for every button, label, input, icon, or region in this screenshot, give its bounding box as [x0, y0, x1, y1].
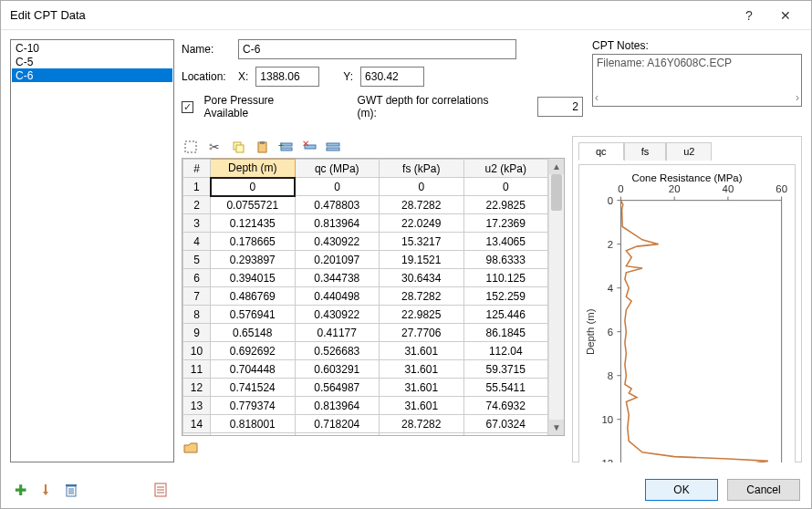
y-label: Y:	[343, 70, 353, 83]
chart-tabs: qcfsu2	[578, 142, 796, 161]
chart-tab-qc[interactable]: qc	[578, 142, 624, 161]
help-button[interactable]: ?	[731, 2, 767, 29]
pore-label: Pore Pressure Available	[204, 94, 317, 119]
table-toolbar: ✂ + ✕	[182, 136, 565, 158]
table-row[interactable]: 50.2938970.20109719.152198.6333	[183, 251, 548, 269]
x-input[interactable]	[255, 67, 319, 87]
table-row[interactable]: 80.5769410.43092222.9825125.446	[183, 306, 548, 324]
svg-text:+: +	[278, 140, 284, 151]
chart-panel: qcfsu2 Cone Resistance (MPa)020406002468…	[572, 136, 802, 462]
svg-text:40: 40	[723, 183, 734, 194]
chart-tab-u2[interactable]: u2	[666, 142, 712, 161]
svg-text:0: 0	[618, 183, 623, 194]
chart-tab-fs[interactable]: fs	[624, 142, 667, 161]
svg-text:2: 2	[608, 239, 613, 250]
table-row[interactable]: 130.7793740.81396431.60174.6932	[183, 397, 548, 415]
notes-input[interactable]: Filename: A16Y0608C.ECP ‹›	[592, 54, 802, 107]
cone-resistance-chart: Cone Resistance (MPa)0204060024681012Dep…	[583, 169, 791, 462]
svg-text:12: 12	[601, 458, 613, 462]
table-row[interactable]: 40.1786650.43092215.321713.4065	[183, 233, 548, 251]
close-button[interactable]: ✕	[767, 2, 804, 29]
column-header[interactable]: u2 (kPa)	[463, 160, 548, 178]
name-input[interactable]	[238, 39, 516, 59]
footer: ✚ OK Cancel	[1, 472, 811, 508]
dialog-window: Edit CPT Data ? ✕ C-10C-5C-6 Name: Locat…	[0, 0, 812, 509]
cpt-icon[interactable]	[37, 482, 54, 498]
column-header[interactable]: Depth (m)	[211, 160, 296, 178]
cut-icon[interactable]: ✂	[207, 140, 222, 154]
chart-box: Cone Resistance (MPa)0204060024681012Dep…	[578, 164, 796, 462]
svg-text:6: 6	[608, 327, 613, 338]
insert-row-icon[interactable]: +	[278, 140, 293, 154]
svg-text:Cone Resistance (MPa): Cone Resistance (MPa)	[632, 172, 743, 183]
titlebar: Edit CPT Data ? ✕	[1, 1, 811, 30]
cpt-list-item[interactable]: C-5	[12, 55, 172, 68]
svg-text:4: 4	[608, 283, 613, 294]
data-table[interactable]: #Depth (m)qc (MPa)fs (kPa)u2 (kPa)100002…	[182, 159, 548, 435]
column-header[interactable]: fs (kPa)	[380, 160, 464, 178]
column-header[interactable]: #	[183, 160, 211, 178]
svg-rect-4	[260, 141, 265, 144]
table-row[interactable]: 70.4867690.44049828.7282152.259	[183, 287, 548, 306]
main-panel: Name: Location: X: Y: ✓ Pore Pressure Av…	[182, 39, 802, 462]
table-row[interactable]: 110.7044480.60329131.60159.3715	[183, 360, 548, 379]
table-row[interactable]: 10000	[183, 178, 548, 196]
svg-text:Depth (m): Depth (m)	[585, 308, 596, 355]
svg-text:20: 20	[669, 183, 681, 194]
dialog-body: C-10C-5C-6 Name: Location: X: Y:	[1, 30, 811, 472]
x-label: X:	[238, 70, 248, 83]
open-folder-icon[interactable]	[183, 444, 198, 457]
location-label: Location:	[182, 70, 231, 83]
table-row[interactable]: 30.1214350.81396422.024917.2369	[183, 214, 548, 233]
svg-rect-10	[327, 143, 339, 146]
svg-text:10: 10	[601, 414, 613, 425]
cancel-button[interactable]: Cancel	[727, 479, 800, 501]
report-icon[interactable]	[152, 482, 169, 498]
svg-text:60: 60	[776, 183, 787, 194]
svg-rect-0	[185, 141, 196, 152]
ok-button[interactable]: OK	[645, 479, 718, 501]
svg-text:✕: ✕	[302, 140, 309, 149]
name-label: Name:	[182, 43, 231, 56]
add-icon[interactable]: ✚	[12, 482, 28, 498]
table-row[interactable]: 100.6926920.52668331.601112.04	[183, 342, 548, 360]
gwt-input[interactable]	[537, 97, 583, 117]
table-row[interactable]: 60.3940150.34473830.6434110.125	[183, 269, 548, 287]
cpt-list-item[interactable]: C-10	[12, 41, 172, 55]
cpt-list[interactable]: C-10C-5C-6	[10, 39, 174, 462]
pore-checkbox[interactable]: ✓	[182, 101, 193, 113]
svg-rect-11	[327, 148, 339, 151]
column-header[interactable]: qc (MPa)	[295, 160, 380, 178]
svg-text:0: 0	[608, 195, 613, 206]
table-row[interactable]: 20.07557210.47880328.728222.9825	[183, 196, 548, 214]
gwt-label: GWT depth for correlations (m):	[358, 94, 505, 119]
table-row[interactable]: 120.7415240.56498731.60155.5411	[183, 379, 548, 397]
table-row[interactable]: 150.8549460.8235423.940151.7107	[183, 433, 548, 436]
delete-row-icon[interactable]: ✕	[302, 140, 317, 154]
dialog-title: Edit CPT Data	[10, 8, 731, 22]
table-row[interactable]: 140.8180010.71820428.728267.0324	[183, 415, 548, 433]
select-icon[interactable]	[183, 140, 198, 154]
svg-text:8: 8	[608, 370, 613, 381]
svg-rect-44	[66, 484, 77, 486]
delete-icon[interactable]	[63, 482, 79, 498]
y-input[interactable]	[360, 67, 424, 87]
copy-icon[interactable]	[231, 140, 245, 154]
paste-icon[interactable]	[255, 140, 269, 154]
notes-label: CPT Notes:	[592, 39, 802, 52]
clear-rows-icon[interactable]	[326, 140, 340, 154]
cpt-list-item[interactable]: C-6	[12, 68, 172, 82]
svg-rect-2	[236, 145, 244, 152]
table-row[interactable]: 90.651480.4117727.770686.1845	[183, 324, 548, 342]
vertical-scrollbar[interactable]: ▲ ▼	[548, 159, 564, 435]
